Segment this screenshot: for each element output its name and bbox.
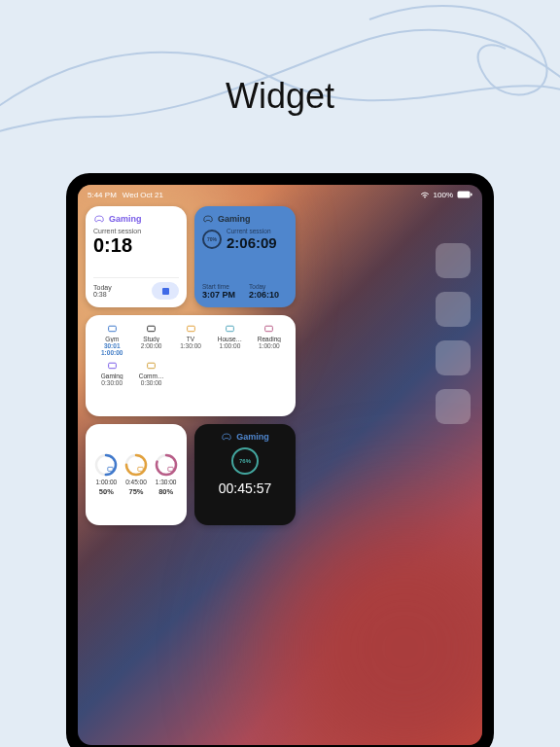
category-time: 0:30:00	[141, 379, 162, 386]
page-title: Widget	[226, 76, 334, 117]
category-item: Reading 1:00:00	[251, 323, 288, 356]
ring-time: 1:00:00	[95, 479, 117, 485]
category-item: Comm… 0:30:00	[132, 360, 169, 386]
widget-gaming-white[interactable]: Gaming Current session 0:18 Today 0:38	[86, 206, 187, 307]
start-label: Start time	[202, 283, 235, 290]
ring-percent: 50%	[99, 487, 114, 496]
gamepad-icon	[93, 214, 105, 224]
svg-rect-15	[138, 467, 143, 471]
ring-time: 0:45:00	[125, 479, 147, 485]
svg-rect-8	[108, 363, 116, 369]
category-icon	[225, 323, 235, 335]
ring-percent: 70%	[207, 236, 217, 242]
progress-ring	[94, 453, 118, 477]
category-name: Gym	[93, 336, 130, 342]
status-date: Wed Oct 21	[122, 191, 163, 199]
today-label: Today	[249, 283, 279, 290]
category-name: Reading	[251, 336, 288, 342]
dock-app[interactable]	[436, 243, 471, 278]
svg-rect-9	[148, 363, 156, 369]
svg-rect-12	[108, 467, 113, 471]
category-name: House…	[211, 336, 248, 342]
category-name: Study	[132, 336, 169, 342]
session-time: 2:06:09	[227, 234, 277, 251]
category-name: Comm…	[132, 373, 169, 379]
svg-rect-7	[265, 326, 273, 332]
svg-rect-2	[471, 194, 472, 196]
ring-item: 1:30:00 80%	[155, 453, 178, 496]
category-time: 30:01	[104, 342, 121, 349]
category-name: Gaming	[93, 373, 130, 379]
today-label: Today	[93, 284, 112, 291]
widget-title: Gaming	[236, 432, 269, 442]
svg-rect-6	[227, 326, 234, 332]
category-name: TV	[172, 336, 209, 342]
progress-ring: 70%	[202, 230, 222, 249]
category-time: 0:30:00	[101, 379, 122, 386]
widget-categories[interactable]: Gym 30:01 1:00:00 Study 2:00:00 TV 1:30:…	[86, 315, 296, 416]
widget-stack: Gaming Current session 0:18 Today 0:38 G…	[86, 206, 296, 525]
category-time-2: 1:00:00	[101, 349, 122, 356]
status-time: 5:44 PM	[88, 191, 117, 199]
category-icon	[263, 323, 274, 335]
dock-blur-apps	[436, 243, 482, 424]
svg-point-0	[424, 196, 426, 198]
elapsed-time: 00:45:57	[219, 480, 272, 496]
ipad-screen: 5:44 PM Wed Oct 21 100% Gaming Current s…	[78, 185, 482, 745]
ring-percent: 76%	[239, 458, 251, 464]
ring-item: 0:45:00 75%	[124, 453, 148, 496]
ring-time: 1:30:00	[156, 479, 177, 485]
category-time: 2:00:00	[141, 342, 162, 349]
category-icon	[107, 323, 118, 335]
category-time: 1:00:00	[259, 342, 280, 349]
category-icon	[107, 360, 118, 372]
svg-rect-4	[148, 326, 156, 332]
svg-rect-1	[458, 192, 471, 198]
svg-rect-5	[187, 326, 194, 332]
session-label: Current session	[93, 228, 179, 234]
widget-title: Gaming	[109, 214, 142, 224]
today-time: 0:38	[93, 291, 112, 298]
widget-title: Gaming	[218, 214, 251, 224]
category-time: 1:30:00	[180, 342, 201, 349]
ring-item: 1:00:00 50%	[94, 453, 118, 496]
today-value: 2:06:10	[249, 290, 279, 300]
widget-gaming-blue[interactable]: Gaming 70% Current session 2:06:09 Start…	[194, 206, 296, 307]
category-icon	[186, 323, 196, 335]
category-icon	[146, 360, 157, 372]
progress-ring	[124, 453, 148, 477]
battery-icon	[457, 191, 472, 198]
session-label: Current session	[227, 228, 277, 234]
category-item: Gaming 0:30:00	[93, 360, 130, 386]
category-item: Gym 30:01 1:00:00	[93, 323, 130, 356]
start-value: 3:07 PM	[202, 290, 235, 300]
category-item: TV 1:30:00	[172, 323, 209, 356]
svg-rect-18	[167, 467, 172, 471]
category-time: 1:00:00	[220, 342, 241, 349]
dock-app[interactable]	[436, 340, 471, 375]
category-item: House… 1:00:00	[211, 323, 248, 356]
dock-app[interactable]	[436, 292, 471, 327]
svg-rect-3	[108, 326, 116, 332]
session-time: 0:18	[93, 234, 179, 257]
ring-percent: 80%	[158, 487, 173, 496]
category-icon	[146, 323, 157, 335]
dock-app[interactable]	[436, 389, 471, 424]
category-item: Study 2:00:00	[132, 323, 169, 356]
wifi-icon	[420, 191, 430, 198]
progress-ring: 76%	[231, 447, 259, 475]
widget-rings[interactable]: 1:00:00 50% 0:45:00 75% 1:30:00 80%	[86, 424, 187, 525]
progress-ring	[155, 453, 178, 477]
ipad-frame: 5:44 PM Wed Oct 21 100% Gaming Current s…	[66, 173, 494, 747]
gamepad-icon	[221, 432, 232, 442]
widget-gaming-dark[interactable]: Gaming 76% 00:45:57	[194, 424, 296, 525]
stop-icon	[162, 288, 169, 295]
status-bar: 5:44 PM Wed Oct 21 100%	[78, 185, 482, 202]
stop-button[interactable]	[152, 282, 179, 300]
ring-percent: 75%	[128, 487, 143, 496]
battery-percent: 100%	[434, 191, 453, 199]
gamepad-icon	[202, 214, 214, 224]
